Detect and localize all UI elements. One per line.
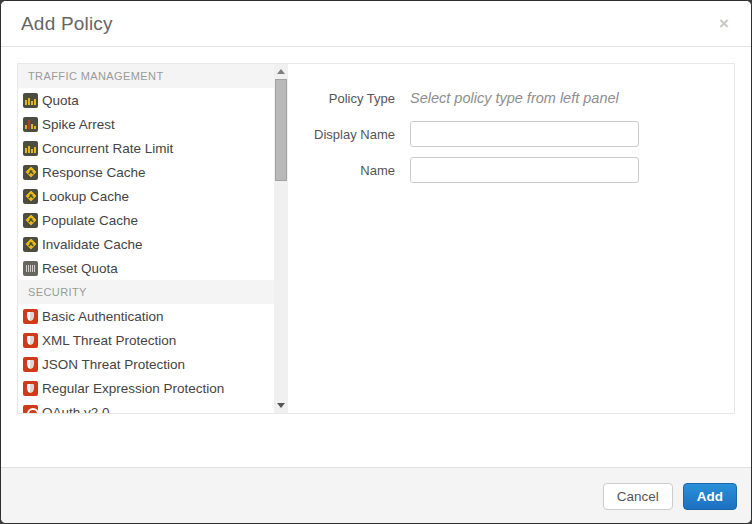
name-field[interactable] [410,157,639,183]
shield-icon [23,357,38,372]
policy-list-item[interactable]: Concurrent Rate Limit [18,136,274,160]
policy-list-item[interactable]: Lookup Cache [18,184,274,208]
oauth-icon [23,405,38,414]
policy-list: TRAFFIC MANAGEMENTQuotaSpike ArrestConcu… [18,64,274,413]
shield-icon [23,381,38,396]
spike-arrest-icon [23,117,38,132]
policy-list-item[interactable]: Populate Cache [18,208,274,232]
policy-item-label: Reset Quota [42,261,118,276]
policy-item-label: XML Threat Protection [42,333,176,348]
category-header: SECURITY [18,280,274,304]
policy-list-item[interactable]: XML Threat Protection [18,328,274,352]
quota-icon [23,93,38,108]
display-name-field[interactable] [410,121,639,147]
policy-list-item[interactable]: JSON Threat Protection [18,352,274,376]
scroll-down-arrow-icon[interactable] [277,403,285,408]
policy-item-label: OAuth v2.0 [42,405,110,414]
shield-icon [23,309,38,324]
content-box: TRAFFIC MANAGEMENTQuotaSpike ArrestConcu… [17,63,735,414]
reset-quota-icon [23,261,38,276]
cancel-button[interactable]: Cancel [603,483,673,510]
scroll-up-arrow-icon[interactable] [277,69,285,74]
policy-item-label: Basic Authentication [42,309,164,324]
add-policy-modal: Add Policy × TRAFFIC MANAGEMENTQuotaSpik… [0,0,752,524]
rate-limit-icon [23,141,38,156]
cache-icon [23,189,38,204]
policy-item-label: Response Cache [42,165,146,180]
category-header: TRAFFIC MANAGEMENT [18,64,274,88]
policy-type-row: Policy Type Select policy type from left… [288,85,734,111]
name-row: Name [288,157,734,183]
policy-list-item[interactable]: Quota [18,88,274,112]
policy-item-label: Invalidate Cache [42,237,143,252]
display-name-row: Display Name [288,121,734,147]
policy-item-label: Populate Cache [42,213,138,228]
modal-title: Add Policy [21,13,113,35]
cache-icon [23,237,38,252]
policy-list-item[interactable]: Basic Authentication [18,304,274,328]
policy-list-item[interactable]: Response Cache [18,160,274,184]
policy-list-scrollbar[interactable] [274,64,288,413]
cache-icon [23,165,38,180]
policy-list-item[interactable]: Regular Expression Protection [18,376,274,400]
display-name-label: Display Name [288,127,395,142]
policy-list-item[interactable]: OAuth v2.0 [18,400,274,413]
policy-item-label: Spike Arrest [42,117,115,132]
policy-form: Policy Type Select policy type from left… [288,64,734,413]
policy-type-hint: Select policy type from left panel [410,90,619,106]
policy-list-item[interactable]: Invalidate Cache [18,232,274,256]
cache-icon [23,213,38,228]
name-label: Name [288,163,395,178]
policy-item-label: Regular Expression Protection [42,381,224,396]
policy-item-label: Concurrent Rate Limit [42,141,173,156]
policy-item-label: Quota [42,93,79,108]
policy-type-label: Policy Type [288,91,395,106]
modal-footer: Cancel Add [1,467,751,524]
modal-header: Add Policy × [1,1,751,47]
shield-icon [23,333,38,348]
scrollbar-thumb[interactable] [275,79,287,181]
add-button[interactable]: Add [683,483,737,510]
policy-list-item[interactable]: Spike Arrest [18,112,274,136]
close-icon[interactable]: × [713,13,735,34]
modal-body: TRAFFIC MANAGEMENTQuotaSpike ArrestConcu… [1,47,751,467]
policy-item-label: JSON Threat Protection [42,357,185,372]
policy-item-label: Lookup Cache [42,189,129,204]
policy-list-item[interactable]: Reset Quota [18,256,274,280]
